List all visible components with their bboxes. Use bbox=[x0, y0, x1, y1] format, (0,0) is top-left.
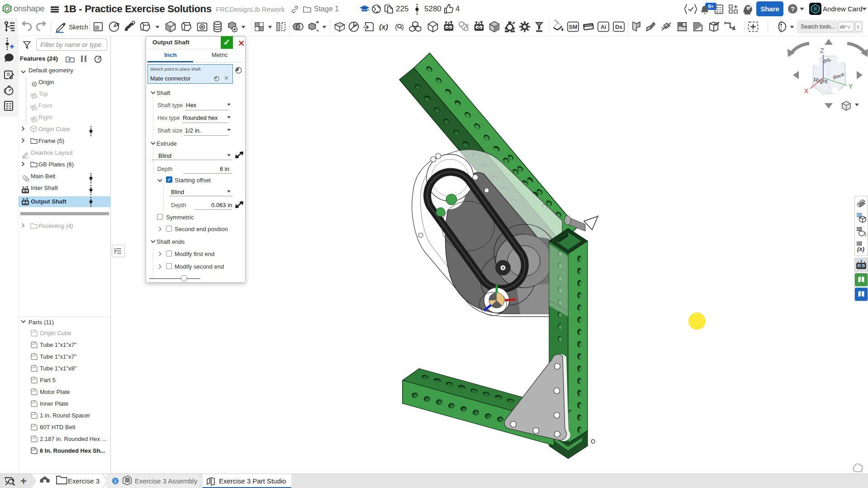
svg-text:Y: Y bbox=[849, 83, 853, 90]
svg-text:Sketch: Sketch bbox=[69, 24, 88, 31]
svg-text:( ): ( ) bbox=[395, 23, 404, 31]
svg-text:c: c bbox=[857, 24, 859, 29]
svg-text:X: X bbox=[804, 87, 809, 95]
svg-text:i: i bbox=[114, 479, 116, 484]
svg-text:Ai: Ai bbox=[601, 24, 607, 30]
svg-text:(x): (x) bbox=[379, 23, 388, 31]
svg-text:(x): (x) bbox=[857, 246, 864, 252]
svg-text:Exercise 3: Exercise 3 bbox=[68, 477, 100, 485]
svg-text:Exercise 3 Assembly: Exercise 3 Assembly bbox=[135, 477, 198, 485]
svg-text:}: } bbox=[865, 232, 867, 237]
svg-text:SM: SM bbox=[569, 24, 578, 30]
svg-text:Z: Z bbox=[820, 47, 824, 54]
svg-text:alt/⌥: alt/⌥ bbox=[840, 24, 851, 29]
svg-text:Ds: Ds bbox=[615, 24, 622, 30]
svg-text:Search tools...: Search tools... bbox=[801, 24, 835, 30]
